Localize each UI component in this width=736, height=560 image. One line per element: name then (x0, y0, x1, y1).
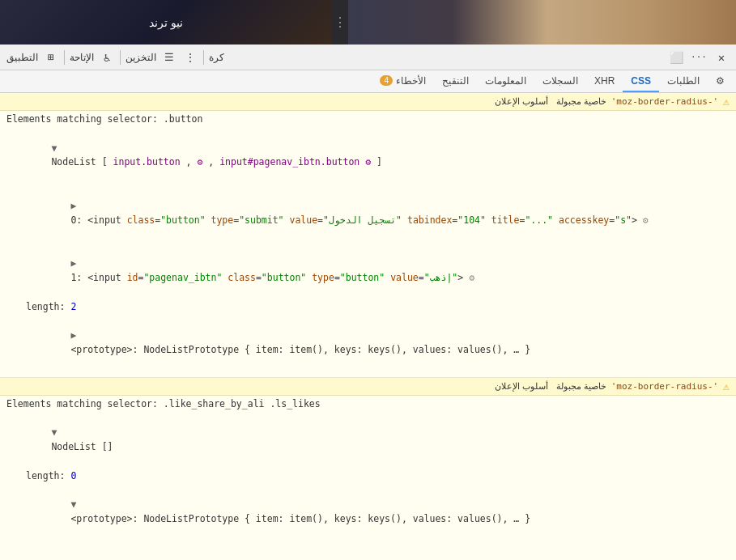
warning-icon-2: ⚠ (723, 380, 730, 392)
tab-xhr[interactable]: XHR (586, 70, 623, 92)
tab-warnings[interactable]: التنقيح (434, 70, 477, 92)
warning-section-2: ⚠ '-moz-border-radius' خاصية مجبولة أسلو… (0, 378, 736, 560)
toolbar-separator (64, 50, 65, 65)
toolbar-separator-3 (203, 50, 204, 65)
expand-arrow-2[interactable]: ▼ (51, 426, 57, 438)
tab-info[interactable]: المعلومات (477, 70, 534, 92)
nodelist-header-2: ▼ NodeList [] (6, 411, 730, 469)
prototype-2-header: ▼ <prototype>: NodeListPrototype { item:… (6, 484, 730, 541)
accessibility-label: الإتاحة (70, 52, 94, 63)
expand-constructor[interactable]: ▶ (80, 557, 86, 560)
toolbar-right-group: ✕ ··· ⬜ (668, 49, 730, 66)
image-bar-dots: ⋮ (332, 0, 348, 45)
image-bar-right (348, 0, 736, 45)
accessibility-icon[interactable]: ♿ (99, 49, 115, 66)
more-button[interactable]: ··· (691, 49, 707, 66)
grid-icon[interactable]: ⊞ (43, 49, 59, 66)
warning-section-1: ⚠ '-moz-border-radius' خاصية مجبولة أسلو… (0, 93, 736, 378)
toolbar-separator-2 (120, 50, 121, 65)
tab-logs[interactable]: السجلات (534, 70, 586, 92)
dock-button[interactable]: ⬜ (668, 49, 684, 66)
ball-label: كرة (209, 52, 224, 63)
nodelist-header-1: ▼ NodeList [ input.button , ⚙ , input#pa… (6, 127, 730, 185)
site-title-text: نيو ترند (149, 16, 183, 29)
tab-settings[interactable]: ⚙ (708, 70, 733, 92)
prototype-1: ▶ <prototype>: NodeListPrototype { item:… (6, 314, 730, 371)
section2-content: Elements matching selector: .like_share_… (0, 396, 736, 560)
expand-node1[interactable]: ▶ (70, 257, 76, 269)
image-bar-left: نيو ترند (0, 0, 332, 45)
toolbar-left-group: التطبيق ⊞ الإتاحة ♿ التخزين ☰ ⋮ كرة (6, 49, 224, 66)
tab-requests[interactable]: الطلبات (659, 70, 708, 92)
warning-header-1: ⚠ '-moz-border-radius' خاصية مجبولة أسلو… (0, 93, 736, 111)
declaration-label-2: أسلوب الإعلان (495, 381, 548, 391)
node-item-0: ▶ 0: <input class="button" type="submit"… (6, 185, 730, 242)
console-content: ⚠ '-moz-border-radius' خاصية مجبولة أسلو… (0, 93, 736, 560)
dots-decoration: ⋮ (334, 15, 347, 30)
expand-node0[interactable]: ▶ (70, 200, 76, 211)
image-bar: نيو ترند ⋮ (0, 0, 736, 45)
face-image (453, 0, 736, 45)
expand-proto2[interactable]: ▼ (70, 498, 76, 510)
warning-icon-1: ⚠ (723, 95, 730, 108)
declaration-label-1: أسلوب الإعلان (495, 96, 548, 106)
prop-name-1: '-moz-border-radius' (611, 96, 718, 107)
storage-icon[interactable]: ☰ (161, 49, 177, 66)
proto2-constructor: ▶ constructor: function NodeList() (6, 541, 730, 560)
devtools-toolbar: ✕ ··· ⬜ التطبيق ⊞ الإتاحة ♿ التخزين ☰ ⋮ … (0, 45, 736, 70)
storage-label: التخزين (126, 52, 156, 63)
more-options-icon[interactable]: ⋮ (182, 49, 198, 66)
errors-badge: 4 (380, 75, 393, 86)
warning-text-2: '-moz-border-radius' خاصية مجبولة أسلوب … (495, 381, 718, 392)
expand-arrow-1[interactable]: ▼ (51, 142, 57, 154)
length-1: length: 2 (6, 300, 730, 315)
selector-line-1: Elements matching selector: .button (6, 112, 730, 127)
close-button[interactable]: ✕ (713, 49, 730, 66)
prop-name-2: '-moz-border-radius' (611, 381, 718, 392)
warning-text-1: '-moz-border-radius' خاصية مجبولة أسلوب … (495, 96, 718, 107)
tabs-bar: ⚙ الطلبات CSS XHR السجلات المعلومات التن… (0, 70, 736, 93)
tab-css[interactable]: CSS (623, 70, 659, 92)
app-label: التطبيق (6, 52, 38, 63)
section1-content: Elements matching selector: .button ▼ No… (0, 111, 736, 377)
tab-errors[interactable]: الأخطاء 4 (372, 70, 434, 92)
expand-proto1[interactable]: ▶ (70, 329, 76, 341)
length-2a: length: 0 (6, 469, 730, 484)
node-item-1: ▶ 1: <input id="pagenav_ibtn" class="but… (6, 242, 730, 299)
selector-line-2: Elements matching selector: .like_share_… (6, 397, 730, 412)
warning-header-2: ⚠ '-moz-border-radius' خاصية مجبولة أسلو… (0, 378, 736, 396)
